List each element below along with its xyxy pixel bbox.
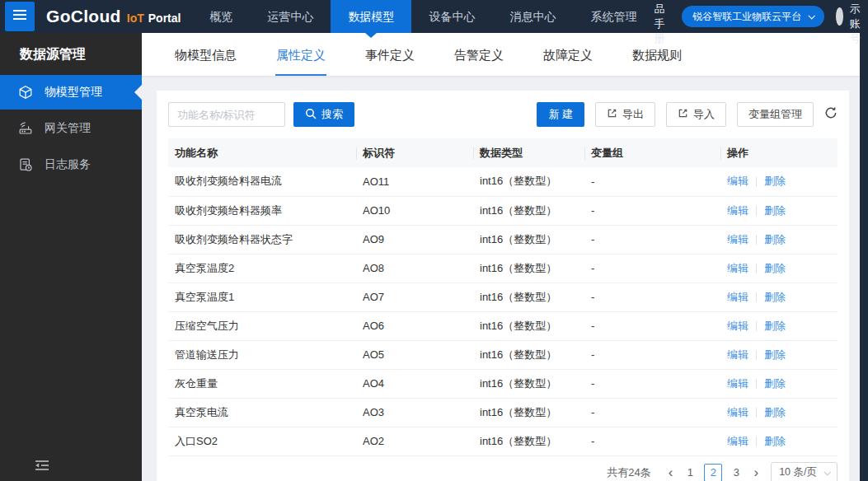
edit-link[interactable]: 编辑 <box>727 204 748 217</box>
right-edge-strip <box>860 33 868 481</box>
edit-link[interactable]: 编辑 <box>727 233 748 245</box>
delete-link[interactable]: 删除 <box>764 435 786 447</box>
edit-link[interactable]: 编辑 <box>727 435 748 447</box>
cell-group: - <box>584 254 720 283</box>
search-button-label: 搜索 <box>321 107 343 122</box>
platform-select[interactable]: 锐谷智联工业物联云平台 <box>682 6 824 27</box>
prev-page-icon[interactable]: ‹ <box>663 465 679 479</box>
top-nav-item-6[interactable]: 系统管理 <box>573 0 654 33</box>
table-row: 真空泵温度1AO7int16（整数型）-编辑删除 <box>168 283 838 311</box>
cell-datatype: int16（整数型） <box>473 225 584 254</box>
cell-datatype: int16（整数型） <box>473 167 584 196</box>
sidebar-collapse-button[interactable] <box>33 458 51 476</box>
cell-name: 吸收剂变频给料器状态字 <box>168 225 356 254</box>
cell-actions: 编辑删除 <box>720 369 838 398</box>
delete-link[interactable]: 删除 <box>764 291 786 303</box>
tab-6[interactable]: 数据规则 <box>631 48 683 76</box>
cell-datatype: int16（整数型） <box>473 369 584 398</box>
edit-link[interactable]: 编辑 <box>727 291 748 303</box>
cell-datatype: int16（整数型） <box>473 283 584 311</box>
product-manual-link[interactable]: 产品手册 <box>654 0 670 46</box>
new-button-label: 新 建 <box>548 107 573 122</box>
delete-link[interactable]: 删除 <box>764 175 786 187</box>
action-divider <box>756 437 757 446</box>
delete-link[interactable]: 删除 <box>764 406 786 418</box>
refresh-icon <box>824 106 838 123</box>
delete-link[interactable]: 删除 <box>764 233 786 245</box>
edit-link[interactable]: 编辑 <box>727 377 748 390</box>
cell-name: 灰仓重量 <box>168 369 356 398</box>
cell-name: 入口SO2 <box>168 427 356 455</box>
table-row: 管道输送压力AO5int16（整数型）-编辑删除 <box>168 340 838 369</box>
next-page-icon[interactable]: › <box>748 465 764 479</box>
tab-2[interactable]: 属性定义 <box>275 48 326 76</box>
cell-name: 真空泵温度2 <box>168 254 356 283</box>
page-size-select[interactable]: 10 条/页 <box>771 462 838 481</box>
cell-datatype: int16（整数型） <box>473 254 584 283</box>
avatar[interactable] <box>836 7 842 26</box>
export-button[interactable]: 导出 <box>595 102 655 127</box>
cell-identifier: AO8 <box>356 254 473 283</box>
column-header-5: 操作 <box>720 138 838 167</box>
chevron-down-icon <box>823 469 830 475</box>
new-button[interactable]: 新 建 <box>537 102 584 127</box>
brand-logo: GoCloud IoT Portal <box>46 7 181 26</box>
top-nav-item-2[interactable]: 运营中心 <box>250 0 331 33</box>
page-size-label: 10 条/页 <box>779 465 817 479</box>
tab-1[interactable]: 物模型信息 <box>174 48 237 76</box>
edit-link[interactable]: 编辑 <box>727 175 748 187</box>
action-divider <box>756 379 757 389</box>
delete-link[interactable]: 删除 <box>764 204 786 217</box>
cube-icon <box>18 85 33 100</box>
top-nav-item-1[interactable]: 概览 <box>192 0 250 33</box>
cell-identifier: AO6 <box>356 311 473 340</box>
menu-toggle-button[interactable] <box>5 2 35 31</box>
edit-link[interactable]: 编辑 <box>727 406 748 418</box>
action-divider <box>756 321 757 331</box>
action-divider <box>756 206 757 216</box>
top-nav-item-3[interactable]: 数据模型 <box>331 0 411 33</box>
import-button[interactable]: 导入 <box>666 102 726 127</box>
brand-suffix: Portal <box>148 12 181 25</box>
refresh-button[interactable] <box>824 106 838 123</box>
sidebar-item-1[interactable]: 物模型管理 <box>0 75 142 110</box>
pager-pages: 123 <box>678 464 748 481</box>
cell-group: - <box>584 427 720 455</box>
chevron-down-icon <box>809 12 815 19</box>
sidebar-title: 数据源管理 <box>0 33 142 75</box>
sidebar-item-2[interactable]: 网关管理 <box>0 111 142 146</box>
delete-link[interactable]: 删除 <box>764 262 786 274</box>
top-nav-item-4[interactable]: 设备中心 <box>411 0 492 33</box>
cell-identifier: AO2 <box>356 427 473 455</box>
tab-5[interactable]: 故障定义 <box>542 48 594 76</box>
cell-name: 真空泵温度1 <box>168 283 356 311</box>
cell-group: - <box>584 398 720 427</box>
tab-3[interactable]: 事件定义 <box>364 48 415 76</box>
top-nav-bar: GoCloud IoT Portal 概览运营中心数据模型设备中心消息中心系统管… <box>0 0 868 33</box>
search-input[interactable] <box>168 102 285 127</box>
cell-group: - <box>584 283 720 311</box>
tab-4[interactable]: 告警定义 <box>453 48 504 76</box>
toolbar: 搜索 新 建 导出 <box>168 102 838 127</box>
edit-link[interactable]: 编辑 <box>727 320 748 332</box>
topbar-right: 产品手册 锐谷智联工业物联云平台 演示账号 <box>654 0 868 46</box>
search-button[interactable]: 搜索 <box>293 102 354 127</box>
edit-link[interactable]: 编辑 <box>727 348 748 361</box>
cell-name: 吸收剂变频给料器频率 <box>168 196 356 225</box>
cell-group: - <box>584 311 720 340</box>
edit-link[interactable]: 编辑 <box>727 262 748 274</box>
delete-link[interactable]: 删除 <box>764 377 786 390</box>
top-nav-item-5[interactable]: 消息中心 <box>492 0 573 33</box>
table-row: 入口SO2AO2int16（整数型）-编辑删除 <box>168 427 838 455</box>
page-button-3[interactable]: 3 <box>727 464 745 481</box>
search-icon <box>305 108 321 122</box>
page-button-1[interactable]: 1 <box>681 464 699 481</box>
variable-group-manage-button[interactable]: 变量组管理 <box>737 102 814 127</box>
cell-datatype: int16（整数型） <box>473 196 584 225</box>
gateway-icon <box>18 121 33 136</box>
sidebar-item-3[interactable]: 日志服务 <box>0 147 142 182</box>
delete-link[interactable]: 删除 <box>764 348 786 361</box>
column-header-3: 数据类型 <box>473 138 584 167</box>
page-button-2[interactable]: 2 <box>704 464 722 481</box>
delete-link[interactable]: 删除 <box>764 320 786 332</box>
